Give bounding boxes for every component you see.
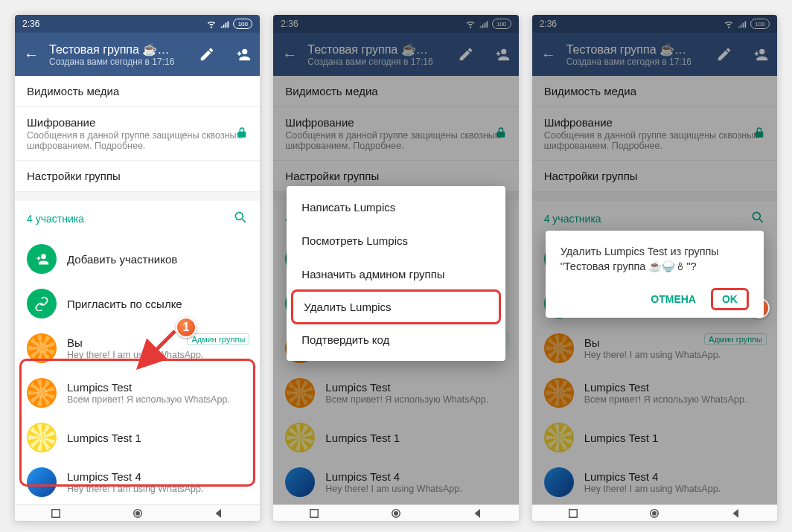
row-group-settings[interactable]: Настройки группы xyxy=(532,161,777,192)
svg-rect-8 xyxy=(310,509,319,517)
svg-point-0 xyxy=(236,212,243,219)
add-person-icon[interactable] xyxy=(752,46,768,63)
avatar-yellow xyxy=(285,423,315,452)
svg-rect-13 xyxy=(569,509,577,517)
status-icons: 100 xyxy=(465,19,511,29)
svg-point-11 xyxy=(753,212,760,219)
confirm-dialog: Удалить Lumpics Test из группы "Тестовая… xyxy=(546,231,764,318)
avatar-blue xyxy=(285,467,315,497)
nav-back-icon[interactable] xyxy=(729,507,743,520)
dialog-message: Удалить Lumpics Test из группы "Тестовая… xyxy=(561,244,749,275)
cancel-button[interactable]: ОТМЕНА xyxy=(643,289,703,310)
phone-screen-3: 2:36 100 ← Тестовая группа ☕… Создана ва… xyxy=(532,15,777,521)
status-icons: 100 xyxy=(724,19,770,29)
member-lumpics-test[interactable]: Lumpics TestВсем привет! Я использую Wha… xyxy=(273,371,518,415)
signal-icon xyxy=(479,19,489,29)
row-encryption[interactable]: Шифрование Сообщения в данной группе защ… xyxy=(273,107,518,161)
phone-screen-1: 2:36 100 ← Тестовая группа ☕… Создана ва… xyxy=(15,15,260,521)
lock-icon xyxy=(236,126,248,141)
row-media-visibility[interactable]: Видимость медиа xyxy=(273,76,518,107)
back-icon[interactable]: ← xyxy=(541,46,556,63)
avatar-yellow xyxy=(544,423,574,452)
group-title: Тестовая группа ☕… xyxy=(566,42,697,57)
members-count: 4 участника xyxy=(27,213,84,225)
edit-icon[interactable] xyxy=(716,46,732,63)
nav-back-icon[interactable] xyxy=(212,507,226,520)
member-lumpics-test[interactable]: Lumpics Test Всем привет! Я использую Wh… xyxy=(15,371,260,415)
member-lumpics-test-1[interactable]: Lumpics Test 1 xyxy=(15,415,260,460)
battery-icon: 100 xyxy=(492,19,511,29)
member-lumpics-test-4[interactable]: Lumpics Test 4Hey there! I am using What… xyxy=(532,460,777,504)
group-title: Тестовая группа ☕… xyxy=(307,42,438,57)
edit-icon[interactable] xyxy=(199,46,215,63)
edit-icon[interactable] xyxy=(458,46,474,63)
search-icon[interactable] xyxy=(233,210,248,228)
row-group-settings[interactable]: Настройки группы xyxy=(15,161,260,192)
status-icons: 100 xyxy=(206,19,252,29)
svg-line-1 xyxy=(243,219,246,222)
nav-home-icon[interactable] xyxy=(648,507,661,520)
svg-point-10 xyxy=(395,511,398,515)
ok-button[interactable]: OK xyxy=(711,288,749,310)
battery-icon: 100 xyxy=(233,19,252,29)
section-gap xyxy=(15,192,260,201)
group-subtitle: Создана вами сегодня в 17:16 xyxy=(566,57,697,67)
status-time: 2:36 xyxy=(281,19,298,29)
member-you[interactable]: ВыHey there! I am using WhatsApp.Админ г… xyxy=(532,326,777,371)
status-bar: 2:36 100 xyxy=(273,15,518,33)
signal-icon xyxy=(220,19,230,29)
row-invite-link[interactable]: Пригласить по ссылке xyxy=(15,281,260,326)
ctx-write[interactable]: Написать Lumpics xyxy=(287,190,505,224)
ctx-view[interactable]: Посмотреть Lumpics xyxy=(287,224,505,257)
ctx-make-admin[interactable]: Назначить админом группы xyxy=(287,257,505,291)
nav-home-icon[interactable] xyxy=(131,507,144,520)
member-lumpics-test-1[interactable]: Lumpics Test 1 xyxy=(532,415,777,460)
link-icon xyxy=(27,289,57,318)
row-media-visibility[interactable]: Видимость медиа xyxy=(15,76,260,107)
android-navbar xyxy=(15,504,260,521)
avatar-orange xyxy=(27,378,57,408)
section-gap xyxy=(532,192,777,201)
search-icon[interactable] xyxy=(750,210,765,228)
row-encryption[interactable]: Шифрование Сообщения в данной группе защ… xyxy=(532,107,777,161)
group-title: Тестовая группа ☕… xyxy=(49,42,179,57)
ctx-remove[interactable]: Удалить Lumpics xyxy=(291,289,500,324)
member-lumpics-test[interactable]: Lumpics TestВсем привет! Я использую Wha… xyxy=(532,371,777,415)
app-header: ← Тестовая группа ☕… Создана вами сегодн… xyxy=(273,33,518,76)
nav-recent-icon[interactable] xyxy=(307,507,321,520)
member-you[interactable]: Вы Hey there! I am using WhatsApp. Админ… xyxy=(15,326,260,371)
step-badge-1: 1 xyxy=(176,317,197,338)
lock-icon xyxy=(753,126,765,141)
members-header: 4 участника xyxy=(15,201,260,237)
nav-home-icon[interactable] xyxy=(389,507,403,520)
context-menu: Написать Lumpics Посмотреть Lumpics Назн… xyxy=(287,186,505,361)
member-lumpics-test-4[interactable]: Lumpics Test 4Hey there! I am using What… xyxy=(273,460,518,504)
add-person-icon[interactable] xyxy=(494,46,510,63)
nav-back-icon[interactable] xyxy=(471,507,485,520)
add-person-icon[interactable] xyxy=(234,46,251,63)
ctx-confirm-code[interactable]: Подтвердить код xyxy=(287,323,505,356)
nav-recent-icon[interactable] xyxy=(49,507,63,520)
app-header: ← Тестовая группа ☕… Создана вами сегодн… xyxy=(15,33,260,76)
wifi-icon xyxy=(206,19,217,29)
member-lumpics-test-4[interactable]: Lumpics Test 4 Hey there! I am using Wha… xyxy=(15,460,260,504)
battery-icon: 100 xyxy=(750,19,770,29)
row-add-members[interactable]: Добавить участников xyxy=(15,237,260,281)
app-header: ← Тестовая группа ☕… Создана вами сегодн… xyxy=(532,33,777,76)
svg-rect-3 xyxy=(52,509,60,517)
nav-recent-icon[interactable] xyxy=(566,507,580,520)
back-icon[interactable]: ← xyxy=(282,46,297,63)
group-subtitle: Создана вами сегодня в 17:16 xyxy=(307,57,438,67)
phone-screen-2: 2:36 100 ← Тестовая группа ☕… Создана ва… xyxy=(273,15,518,521)
signal-icon xyxy=(737,19,747,29)
wifi-icon xyxy=(724,19,734,29)
add-icon xyxy=(27,244,57,274)
android-navbar xyxy=(532,504,777,521)
avatar-blue xyxy=(27,467,57,497)
admin-badge: Админ группы xyxy=(187,333,249,345)
back-icon[interactable]: ← xyxy=(24,46,39,63)
android-navbar xyxy=(273,504,518,521)
row-media-visibility[interactable]: Видимость медиа xyxy=(532,76,777,107)
member-lumpics-test-1[interactable]: Lumpics Test 1 xyxy=(273,415,518,460)
row-encryption[interactable]: Шифрование Сообщения в данной группе защ… xyxy=(15,107,260,161)
